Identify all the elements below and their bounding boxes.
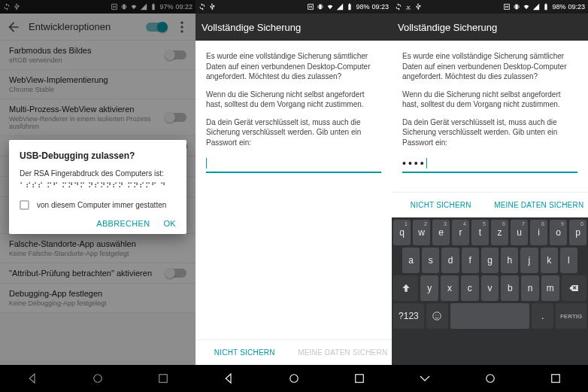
key-u[interactable]: u7 xyxy=(511,220,528,245)
key-h[interactable]: h xyxy=(501,248,518,273)
battery-percent: 98% xyxy=(356,3,369,11)
key-b[interactable]: b xyxy=(501,275,519,301)
key-y[interactable]: y xyxy=(420,275,438,301)
backup-paragraph-3: Da dein Gerät verschlüsselt ist, muss au… xyxy=(402,117,577,148)
key-n[interactable]: n xyxy=(521,275,539,301)
key-space[interactable] xyxy=(450,303,529,329)
app-bar: Vollständige Sicherung xyxy=(392,14,588,41)
backup-body: Es wurde eine vollständige Sicherung säm… xyxy=(195,41,392,147)
nav-back-icon[interactable] xyxy=(214,369,244,387)
key-a[interactable]: a xyxy=(402,248,420,273)
battery-icon xyxy=(346,3,353,11)
key-i[interactable]: i8 xyxy=(530,220,547,245)
key-c[interactable]: c xyxy=(461,275,479,301)
nav-recent-icon[interactable] xyxy=(541,369,571,387)
key-d[interactable]: d xyxy=(441,248,459,273)
key-z[interactable]: z6 xyxy=(491,220,508,245)
key-p[interactable]: p0 xyxy=(569,220,586,245)
vibrate-icon xyxy=(513,3,520,11)
key-backspace[interactable] xyxy=(562,275,586,301)
signal-icon xyxy=(336,3,344,11)
backup-my-data-button[interactable]: MEINE DATEN SICHERN xyxy=(294,340,393,365)
key-t[interactable]: t5 xyxy=(471,220,489,245)
nav-home-icon[interactable] xyxy=(279,369,309,387)
backup-paragraph-2: Wenn du die Sicherung nicht selbst angef… xyxy=(206,90,381,110)
key-o[interactable]: o9 xyxy=(550,220,567,245)
nfc-icon xyxy=(503,3,511,11)
key-symbols[interactable]: ?123 xyxy=(393,303,424,329)
key-period[interactable]: . xyxy=(532,303,553,329)
checkbox-icon[interactable] xyxy=(20,200,29,210)
svg-point-7 xyxy=(289,375,298,383)
backup-paragraph-1: Es wurde eine vollständige Sicherung säm… xyxy=(402,51,577,82)
key-v[interactable]: v xyxy=(481,275,499,301)
battery-percent: 98% xyxy=(552,3,565,11)
key-l[interactable]: l xyxy=(560,248,577,273)
key-q[interactable]: q1 xyxy=(393,220,411,245)
nav-recent-icon[interactable] xyxy=(344,369,374,387)
key-f[interactable]: f xyxy=(462,248,479,273)
wifi-icon xyxy=(523,3,530,11)
screenshot-developer-options: 97% 09:22 Entwickleroptionen Farbmodus d… xyxy=(0,0,195,392)
signal-icon xyxy=(532,3,540,11)
page-title: Vollständige Sicherung xyxy=(398,22,582,33)
sync-icon xyxy=(395,3,402,11)
password-input[interactable] xyxy=(206,155,381,173)
svg-rect-8 xyxy=(355,375,363,383)
password-input[interactable]: •••• xyxy=(402,155,577,173)
nav-hide-keyboard-icon[interactable] xyxy=(410,369,440,387)
key-emoji[interactable] xyxy=(426,303,448,329)
cancel-button[interactable]: ABBRECHEN xyxy=(96,219,150,228)
action-button-row: NICHT SICHERN MEINE DATEN SICHERN xyxy=(392,192,588,217)
battery-icon xyxy=(542,3,550,11)
key-done[interactable]: FERTIG xyxy=(556,303,586,329)
download-icon xyxy=(405,3,412,11)
always-allow-checkbox[interactable]: von diesem Computer immer gestatten xyxy=(20,200,176,210)
sync-icon xyxy=(199,3,206,11)
usb-icon xyxy=(208,3,216,11)
nfc-icon xyxy=(307,3,314,11)
checkbox-label: von diesem Computer immer gestatten xyxy=(37,201,166,209)
clock: 09:23 xyxy=(568,3,585,11)
clock: 09:23 xyxy=(371,3,389,11)
soft-keyboard: q1w2e3r4t5z6u7i8o9p0asdfghjklyxcvbnm?123… xyxy=(392,217,588,365)
dialog-title: USB-Debugging zulassen? xyxy=(20,150,176,161)
usb-icon xyxy=(414,3,422,11)
key-r[interactable]: r4 xyxy=(452,220,469,245)
svg-point-10 xyxy=(433,312,441,321)
key-j[interactable]: j xyxy=(520,248,538,273)
rsa-fingerprint: ⠁⠎⠎⠎ ⠍⠋ ⠍⠝⠙⠍ ⠝⠎⠝⠝⠎⠝ ⠍⠝⠎⠍⠋ ⠙ xyxy=(20,181,176,190)
usb-debugging-dialog: USB-Debugging zulassen? Der RSA Fingerab… xyxy=(9,140,186,234)
key-shift[interactable] xyxy=(393,275,418,301)
key-s[interactable]: s xyxy=(422,248,439,273)
key-x[interactable]: x xyxy=(441,275,459,301)
backup-paragraph-1: Es wurde eine vollständige Sicherung säm… xyxy=(206,51,381,82)
text-cursor xyxy=(426,158,427,169)
key-k[interactable]: k xyxy=(541,248,558,273)
vibrate-icon xyxy=(317,3,324,11)
backup-body: Es wurde eine vollständige Sicherung säm… xyxy=(392,41,588,147)
backup-paragraph-2: Wenn du die Sicherung nicht selbst angef… xyxy=(402,90,577,110)
key-g[interactable]: g xyxy=(481,248,499,273)
svg-point-12 xyxy=(438,315,439,315)
ok-button[interactable]: OK xyxy=(164,219,177,228)
page-title: Vollständige Sicherung xyxy=(202,22,386,33)
key-w[interactable]: w2 xyxy=(413,220,430,245)
do-not-backup-button[interactable]: NICHT SICHERN xyxy=(195,340,294,365)
text-cursor xyxy=(206,158,207,169)
svg-point-11 xyxy=(435,315,436,315)
app-bar: Vollständige Sicherung xyxy=(195,14,392,41)
backup-my-data-button[interactable]: MEINE DATEN SICHERN xyxy=(490,193,589,217)
status-bar: 98% 09:23 xyxy=(195,0,392,14)
screenshot-full-backup-empty: 98% 09:23 Vollständige Sicherung Es wurd… xyxy=(195,0,392,392)
nav-home-icon[interactable] xyxy=(475,369,505,387)
screenshot-full-backup-typing: 98% 09:23 Vollständige Sicherung Es wurd… xyxy=(392,0,588,392)
dialog-body: Der RSA Fingerabdruck des Computers ist: xyxy=(20,169,176,179)
wifi-icon xyxy=(326,3,334,11)
svg-rect-14 xyxy=(551,375,559,383)
key-e[interactable]: e3 xyxy=(432,220,450,245)
svg-point-13 xyxy=(486,375,494,383)
key-m[interactable]: m xyxy=(541,275,559,301)
backup-paragraph-3: Da dein Gerät verschlüsselt ist, muss au… xyxy=(206,117,381,148)
do-not-backup-button[interactable]: NICHT SICHERN xyxy=(392,193,490,217)
